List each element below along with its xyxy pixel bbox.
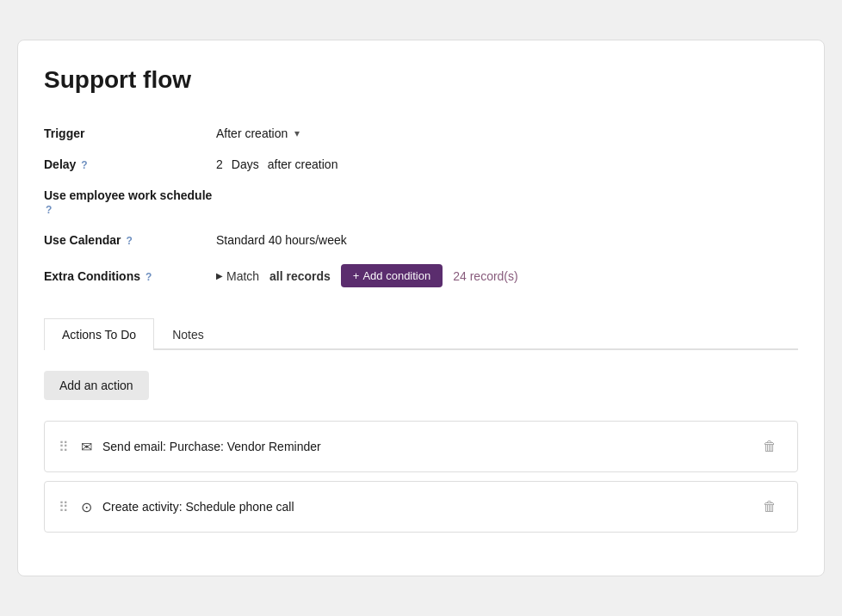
delete-icon-2: 🗑 — [763, 499, 777, 514]
conditions-label: Extra Conditions ? — [44, 256, 216, 296]
work-schedule-help-icon[interactable]: ? — [46, 204, 52, 216]
action-label-1: Send email: Purchase: Vendor Reminder — [102, 440, 321, 453]
add-action-button[interactable]: Add an action — [44, 371, 149, 400]
work-schedule-label: Use employee work schedule ? — [44, 180, 216, 225]
action-item-2: ⠿ ⊙ Create activity: Schedule phone call… — [44, 481, 798, 533]
delay-unit: Days — [232, 157, 259, 171]
email-icon: ✉ — [81, 439, 92, 455]
drag-handle-1[interactable]: ⠿ — [59, 439, 71, 455]
delete-action-1[interactable]: 🗑 — [756, 435, 783, 458]
delete-icon-1: 🗑 — [763, 439, 777, 453]
delay-after-text: after creation — [268, 157, 338, 171]
tab-notes[interactable]: Notes — [154, 318, 222, 350]
delay-row: Delay ? 2 Days after creation — [44, 149, 798, 180]
action-item-1: ⠿ ✉ Send email: Purchase: Vendor Reminde… — [44, 421, 798, 472]
match-text: ▶ Match all records — [216, 269, 331, 283]
delay-number: 2 — [216, 157, 223, 171]
drag-handle-2[interactable]: ⠿ — [59, 499, 71, 515]
trigger-value: After creation — [216, 126, 288, 140]
add-condition-label: Add condition — [362, 269, 430, 282]
actions-list: ⠿ ✉ Send email: Purchase: Vendor Reminde… — [44, 421, 798, 533]
calendar-label: Use Calendar ? — [44, 225, 216, 256]
trigger-arrow-icon: ▾ — [294, 127, 300, 139]
records-count[interactable]: 24 record(s) — [453, 269, 517, 283]
delay-value-row: 2 Days after creation — [216, 157, 798, 171]
add-condition-plus: + — [353, 269, 360, 282]
action-label-2: Create activity: Schedule phone call — [102, 500, 294, 514]
trigger-label: Trigger — [44, 118, 216, 149]
conditions-row: Extra Conditions ? ▶ Match all records +… — [44, 256, 798, 296]
main-card: Support flow Trigger After creation ▾ De… — [17, 40, 825, 576]
conditions-value-row: ▶ Match all records + Add condition 24 r… — [216, 264, 798, 287]
trigger-select[interactable]: After creation ▾ — [216, 126, 300, 140]
calendar-value: Standard 40 hours/week — [216, 233, 347, 247]
match-bold: all records — [269, 269, 331, 283]
trigger-row: Trigger After creation ▾ — [44, 118, 798, 149]
calendar-help-icon[interactable]: ? — [126, 235, 132, 247]
match-prefix: Match — [226, 269, 259, 283]
tabs-bar: Actions To Do Notes — [44, 317, 798, 350]
delete-action-2[interactable]: 🗑 — [756, 496, 783, 518]
tab-actions-to-do[interactable]: Actions To Do — [44, 318, 154, 350]
form-table: Trigger After creation ▾ Delay ? 2 Days … — [44, 118, 798, 296]
delay-label: Delay ? — [44, 149, 216, 180]
add-condition-button[interactable]: + Add condition — [341, 264, 443, 287]
work-schedule-row: Use employee work schedule ? — [44, 180, 798, 225]
page-title: Support flow — [44, 66, 798, 94]
delay-help-icon[interactable]: ? — [81, 159, 87, 171]
activity-icon: ⊙ — [81, 499, 92, 515]
match-triangle-icon: ▶ — [216, 271, 223, 280]
conditions-help-icon[interactable]: ? — [145, 271, 152, 283]
calendar-row: Use Calendar ? Standard 40 hours/week — [44, 225, 798, 256]
